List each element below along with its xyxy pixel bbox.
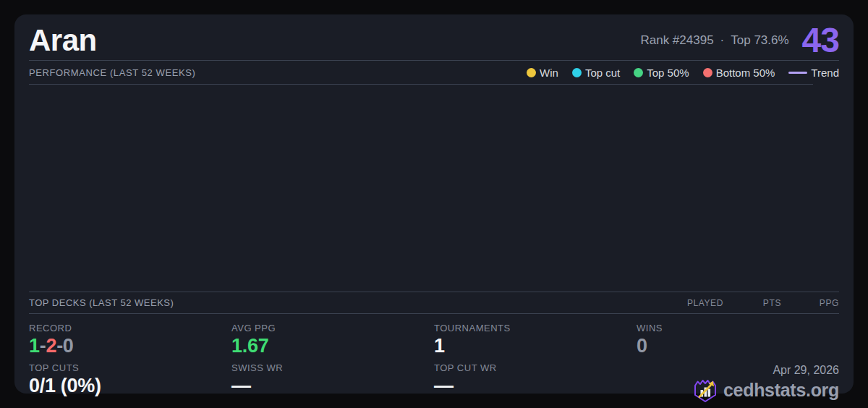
topcut-dot-icon [572,68,582,77]
stat-label: TOURNAMENTS [434,323,637,333]
record-losses: 2 [46,335,56,357]
performance-section-title: PERFORMANCE (LAST 52 WEEKS) [29,67,196,78]
stat-label: TOP CUT WR [434,362,637,373]
win-dot-icon [527,68,536,77]
legend-label: Top cut [585,67,620,79]
stat-top-cuts: TOP CUTS 0/1 (0%) [29,357,231,404]
rank-value: Rank #24395 [640,33,713,48]
legend-item-top50: Top 50% [634,67,689,79]
stat-value-avg-ppg: 1.67 [231,336,434,357]
brand-link[interactable]: cedhstats.org [693,378,839,404]
legend-item-win: Win [527,67,558,79]
card-header: Aran Rank #24395 · Top 73.6% 43 [29,14,839,61]
record-draws: 0 [63,335,74,357]
stat-label: SWISS WR [231,362,434,373]
legend-label: Top 50% [647,67,689,79]
stat-wins: WINS 0 [637,318,839,357]
stat-top-cut-wr: TOP CUT WR — [434,357,637,404]
record-separator: - [56,335,63,357]
column-header-played: PLAYED [665,298,723,308]
chart-legend: Win Top cut Top 50% Bottom 50% Trend [527,67,839,79]
stat-value-record: 1-2-0 [29,336,231,357]
performance-header-row: PERFORMANCE (LAST 52 WEEKS) Win Top cut … [29,61,839,84]
legend-label: Win [540,67,558,79]
stat-swiss-wr: SWISS WR — [231,357,434,404]
rank-separator-dot: · [720,33,725,48]
percentile-value: Top 73.6% [731,33,788,48]
top-decks-section-title: TOP DECKS (LAST 52 WEEKS) [29,297,174,308]
trend-line-icon [788,72,807,74]
footer-cell: Apr 29, 2026 cedhstats.org [637,357,839,404]
record-wins: 1 [29,335,40,357]
column-header-ppg: PPG [781,298,839,308]
stat-tournaments: TOURNAMENTS 1 [434,318,637,357]
player-stats-card: Aran Rank #24395 · Top 73.6% 43 PERFORMA… [14,14,854,394]
performance-chart-plot-area [29,85,839,292]
cedhstats-logo-icon [693,378,718,404]
legend-item-trend: Trend [788,67,839,79]
player-score: 43 [802,23,839,58]
top-decks-header-row: TOP DECKS (LAST 52 WEEKS) PLAYED PTS PPG [29,292,839,314]
legend-label: Bottom 50% [716,67,775,79]
generated-date: Apr 29, 2026 [773,364,839,377]
top-decks-column-headers: PLAYED PTS PPG [665,298,839,308]
stat-value-wins: 0 [637,336,839,357]
stat-avg-ppg: AVG PPG 1.67 [231,318,434,357]
top50-dot-icon [634,68,643,77]
stat-label: RECORD [29,323,231,333]
brand-name: cedhstats.org [723,380,839,401]
legend-label: Trend [811,67,839,79]
stat-label: WINS [637,323,839,333]
stat-value-swiss-wr: — [231,375,434,397]
legend-item-bottom50: Bottom 50% [703,67,775,79]
stat-value-top-cuts: 0/1 (0%) [29,375,231,397]
player-name: Aran [29,25,97,56]
rank-line: Rank #24395 · Top 73.6% [640,33,788,48]
bottom50-dot-icon [703,68,712,77]
stat-value-tournaments: 1 [434,336,637,357]
column-header-pts: PTS [723,298,781,308]
stat-label: AVG PPG [231,323,434,333]
stat-label: TOP CUTS [29,362,231,373]
page-background: Aran Rank #24395 · Top 73.6% 43 PERFORMA… [0,0,868,408]
legend-item-topcut: Top cut [572,67,620,79]
header-rank-group: Rank #24395 · Top 73.6% 43 [640,23,839,58]
stats-grid: RECORD 1-2-0 AVG PPG 1.67 TOURNAMENTS 1 … [29,318,839,404]
stat-value-top-cut-wr: — [434,375,637,397]
stat-record: RECORD 1-2-0 [29,318,231,357]
